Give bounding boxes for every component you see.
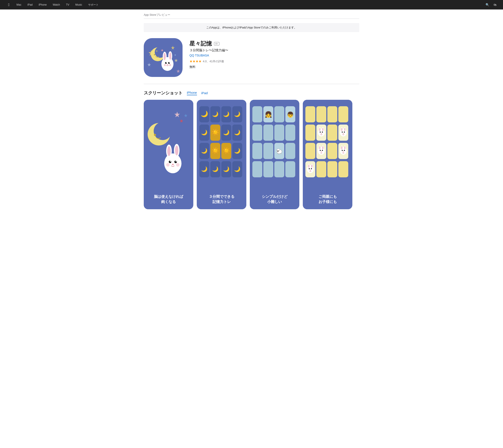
nav-mac[interactable]: Mac [14, 3, 25, 6]
svg-point-116 [344, 128, 345, 131]
svg-point-138 [344, 150, 345, 151]
svg-point-127 [320, 150, 321, 151]
svg-rect-100 [305, 125, 315, 141]
svg-point-19 [164, 64, 166, 66]
svg-point-32 [167, 146, 171, 156]
tab-ipad[interactable]: iPad [201, 91, 208, 95]
svg-rect-86 [252, 143, 262, 159]
svg-rect-87 [263, 143, 273, 159]
svg-rect-94 [285, 161, 295, 177]
nav-iphone[interactable]: iPhone [35, 3, 49, 6]
svg-text:🌙: 🌙 [234, 148, 241, 154]
svg-text:☀️: ☀️ [212, 147, 219, 154]
svg-rect-82 [252, 125, 262, 141]
svg-point-143 [308, 164, 309, 168]
age-badge: 4+ [214, 42, 219, 46]
nav-ipad[interactable]: iPad [24, 3, 35, 6]
svg-text:🌙: 🌙 [234, 129, 241, 136]
svg-point-39 [172, 164, 174, 165]
screenshot-card-1[interactable]: 脳は使えなければ鈍くなる [144, 100, 193, 209]
svg-text:👧: 👧 [265, 111, 272, 118]
screenshot-img-4 [303, 100, 352, 190]
svg-point-11 [163, 53, 166, 60]
star-rating: ★★★★ [189, 59, 201, 63]
svg-point-108 [322, 132, 323, 133]
svg-point-8 [156, 50, 158, 52]
svg-rect-97 [316, 106, 326, 122]
svg-text:🌙: 🌙 [212, 111, 219, 117]
nav-support[interactable]: サポート [85, 3, 101, 7]
svg-marker-4 [177, 69, 180, 73]
app-info: 星々記憶 4+ ３分間脳トレ〜記憶力編〜 QQ TSUBASA ★★★★ 4.0… [189, 38, 228, 69]
svg-point-40 [166, 163, 170, 167]
rating-count: 4.0、41件の評価 [203, 60, 224, 63]
top-divider [144, 18, 359, 19]
svg-rect-85 [285, 125, 295, 141]
svg-point-118 [344, 132, 345, 133]
svg-point-145 [311, 164, 312, 168]
svg-point-38 [176, 161, 177, 162]
apple-logo-icon[interactable]:  [4, 3, 14, 7]
svg-point-146 [309, 168, 310, 169]
svg-point-13 [169, 52, 171, 60]
svg-point-7 [154, 54, 155, 55]
search-icon[interactable]: 🔍 [483, 3, 491, 6]
svg-rect-83 [263, 125, 273, 141]
svg-point-16 [166, 62, 167, 63]
svg-text:🐑: 🐑 [276, 148, 283, 155]
tab-iphone[interactable]: iPhone [187, 91, 197, 95]
svg-point-137 [342, 150, 343, 151]
app-developer[interactable]: QQ TSUBASA [189, 54, 228, 57]
svg-rect-76 [252, 106, 262, 122]
screenshots-row: 脳は使えなければ鈍くなる 🌙 🌙 🌙 [144, 100, 359, 209]
app-title: 星々記憶 [189, 40, 212, 48]
app-icon [144, 38, 182, 77]
svg-point-104 [319, 128, 321, 131]
svg-rect-130 [327, 143, 337, 159]
bag-icon[interactable]: 🛍 [491, 3, 499, 6]
screenshot-card-3[interactable]: 👧 👦 🐑 [250, 100, 299, 209]
svg-point-106 [322, 128, 324, 131]
svg-point-126 [322, 146, 324, 150]
svg-rect-93 [274, 161, 284, 177]
nav-music[interactable]: Music [72, 3, 85, 6]
svg-point-17 [169, 62, 170, 63]
svg-text:🌙: 🌙 [234, 166, 241, 172]
breadcrumb: App Storeプレビュー [144, 10, 359, 18]
svg-marker-1 [171, 46, 175, 49]
svg-point-128 [322, 150, 323, 151]
app-price: 無料 [189, 65, 228, 69]
svg-rect-79 [274, 106, 284, 122]
screenshot-card-2[interactable]: 🌙 🌙 🌙 🌙 🌙 ☀️ 🌙 [197, 100, 246, 209]
page-content: App Storeプレビュー このAppは、iPhoneおよびiPadのApp … [135, 10, 368, 209]
svg-text:🌙: 🌙 [201, 129, 208, 136]
nav-tv[interactable]: TV [63, 3, 72, 6]
svg-point-124 [319, 146, 321, 150]
svg-rect-96 [305, 106, 315, 122]
svg-point-117 [342, 132, 343, 133]
screenshot-caption-1: 脳は使えなければ鈍くなる [144, 190, 193, 209]
svg-point-134 [341, 146, 342, 150]
svg-point-28 [154, 122, 172, 140]
svg-rect-120 [305, 143, 315, 159]
svg-text:👦: 👦 [287, 111, 294, 118]
navigation:  Mac iPad iPhone Watch TV Music サポート 🔍 … [0, 0, 503, 10]
screenshot-img-2: 🌙 🌙 🌙 🌙 🌙 ☀️ 🌙 [197, 100, 246, 190]
app-subtitle: ３分間脳トレ〜記憶力編〜 [189, 48, 228, 52]
nav-watch[interactable]: Watch [50, 3, 63, 6]
svg-rect-90 [285, 143, 295, 159]
svg-marker-2 [174, 59, 178, 62]
svg-point-30 [164, 153, 181, 173]
svg-point-29 [154, 134, 156, 136]
screenshot-card-4[interactable]: ご両親にもお子様にも [303, 100, 352, 209]
svg-point-20 [169, 64, 171, 66]
screenshot-caption-4: ご両親にもお子様にも [303, 190, 352, 209]
svg-point-148 [310, 170, 311, 171]
svg-text:🌙: 🌙 [234, 111, 241, 117]
svg-point-139 [343, 151, 344, 152]
screenshot-img-3: 👧 👦 🐑 [250, 100, 299, 190]
svg-point-129 [321, 151, 322, 152]
svg-text:☀️: ☀️ [223, 147, 230, 154]
svg-rect-99 [338, 106, 348, 122]
svg-point-107 [320, 132, 321, 133]
